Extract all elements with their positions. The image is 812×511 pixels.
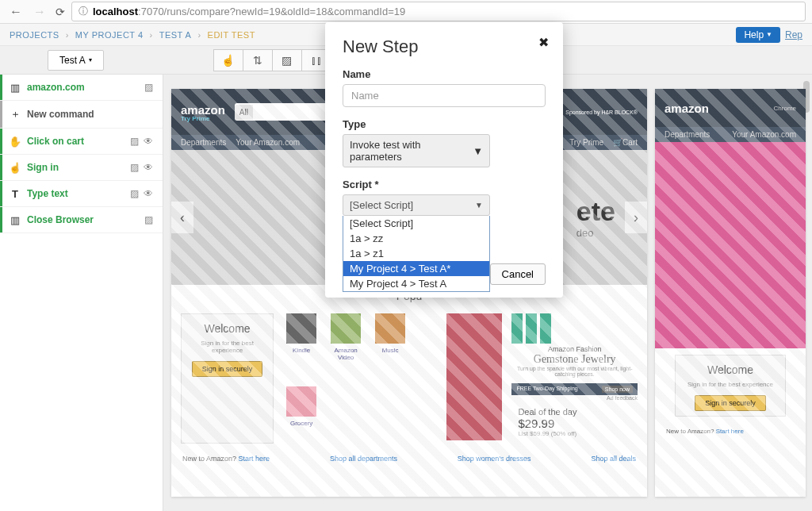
url-bar[interactable]: ⓘ localhost:7070/runs/compare?newId=19&o…	[71, 2, 806, 21]
tb-mask-icon[interactable]: ▨	[272, 49, 302, 71]
step-item-close[interactable]: ▥Close Browser▨	[0, 207, 163, 233]
caret-down-icon: ▼	[766, 31, 772, 38]
chevron-right-icon: ›	[150, 30, 153, 40]
forward-icon[interactable]: →	[30, 3, 49, 21]
dropdown-item[interactable]: 1a > z1	[343, 246, 489, 261]
chevron-right-icon: ›	[66, 30, 69, 40]
close-icon[interactable]: ✖	[538, 35, 549, 50]
dropdown-item[interactable]: My Project 4 > Test A	[343, 276, 489, 291]
caret-down-icon: ▼	[475, 201, 483, 209]
welcome-card: Welcome Sign in for the best experience …	[181, 313, 274, 444]
plus-icon: ＋	[8, 107, 22, 121]
step-label: Sign in	[27, 162, 128, 173]
cancel-button[interactable]: Cancel	[490, 263, 546, 285]
script-label: Script *	[343, 179, 546, 190]
tb-hand-icon[interactable]: ☝	[213, 49, 243, 71]
dropdown-item-selected[interactable]: My Project 4 > Test A*	[343, 261, 489, 276]
chevron-right-icon: ›	[197, 30, 201, 40]
step-label: New command	[27, 109, 155, 120]
drag-icon[interactable]: ▨	[128, 161, 140, 174]
step-item-type[interactable]: TType text▨👁	[0, 181, 163, 207]
drag-icon[interactable]: ▨	[142, 213, 155, 226]
preview-secondary: amazon Chrome DepartmentsYour Amazon.com…	[655, 89, 806, 497]
logo: amazonTry Prime	[181, 103, 225, 121]
dropdown-item[interactable]: 1a > zz	[343, 231, 489, 246]
step-item-click[interactable]: ✋Click on cart▨👁	[0, 129, 163, 155]
step-label: Click on cart	[27, 136, 128, 147]
modal-title: New Step	[343, 36, 546, 57]
step-item-signin[interactable]: ☝Sign in▨👁	[0, 155, 163, 181]
url-path: :7070/runs/compare?newId=19&oldId=18&com…	[138, 6, 405, 17]
bc-project[interactable]: MY PROJECT 4	[75, 30, 144, 40]
hand-icon: ✋	[8, 136, 22, 148]
info-icon: ⓘ	[79, 5, 88, 18]
nav-departments: Departments	[181, 138, 226, 147]
browser-chrome: ← → ⟳ ⓘ localhost:7070/runs/compare?newI…	[0, 0, 812, 24]
drag-icon[interactable]: ▨	[128, 187, 140, 200]
tiles: Kindle Amazon Video Music Grocery	[283, 313, 437, 444]
sponsor: Sponsored by H&R BLOCK®	[565, 110, 638, 115]
step-label: Type text	[27, 188, 128, 199]
browser-icon: ▥	[8, 214, 22, 226]
browser-icon: ▥	[8, 82, 22, 94]
name-input[interactable]	[343, 84, 546, 107]
reload-icon[interactable]: ⟳	[56, 6, 65, 18]
name-label: Name	[343, 68, 546, 80]
nav-your: Your Amazon.com	[236, 138, 300, 147]
step-item-new[interactable]: ＋New command	[0, 101, 163, 129]
cart-icon: 🛒Cart	[613, 138, 638, 147]
script-dropdown: [Select Script] 1a > zz 1a > z1 My Proje…	[343, 216, 490, 292]
dropdown-item[interactable]: [Select Script]	[343, 216, 489, 231]
tb-compare-icon[interactable]: ⇅	[243, 49, 273, 71]
drag-icon[interactable]: ▨	[128, 135, 140, 148]
step-label: amazon.com	[27, 82, 142, 93]
eye-icon[interactable]: 👁	[142, 161, 155, 174]
eye-icon[interactable]: 👁	[142, 135, 155, 148]
drag-icon[interactable]: ▨	[142, 81, 155, 94]
bc-projects[interactable]: PROJECTS	[10, 30, 59, 40]
eye-icon[interactable]: 👁	[142, 187, 155, 200]
steps-sidebar: ▥amazon.com▨ ＋New command ✋Click on cart…	[0, 75, 163, 511]
step-label: Close Browser	[27, 214, 142, 225]
bc-test[interactable]: TEST A	[159, 30, 192, 40]
step-item-amazon[interactable]: ▥amazon.com▨	[0, 75, 163, 101]
dress-img	[446, 313, 502, 440]
reports-link[interactable]: Rep	[785, 29, 802, 40]
caret-down-icon: ▼	[473, 145, 483, 157]
script-select[interactable]: [Select Script] ▼	[343, 194, 490, 216]
signin-button: Sign in securely	[192, 361, 263, 377]
chevron-right-icon: ›	[625, 202, 647, 233]
help-button[interactable]: Help ▼	[736, 27, 780, 43]
new-step-modal: New Step ✖ Name Type Invoke test with pa…	[325, 22, 563, 298]
pink-hero	[655, 142, 806, 348]
type-label: Type	[343, 118, 546, 130]
nav-tryprime: Try Prime	[569, 138, 603, 147]
chevron-left-icon: ‹	[171, 202, 193, 233]
bc-current: EDIT TEST	[208, 30, 255, 40]
pointer-icon: ☝	[8, 162, 22, 174]
back-icon[interactable]: ←	[6, 3, 25, 21]
type-select[interactable]: Invoke test with parameters ▼	[343, 134, 490, 167]
test-selector[interactable]: Test A ▾	[48, 50, 104, 71]
caret-down-icon: ▾	[89, 56, 92, 63]
text-icon: T	[8, 188, 22, 200]
url-host: localhost	[93, 6, 138, 17]
logo: amazon	[665, 102, 709, 115]
